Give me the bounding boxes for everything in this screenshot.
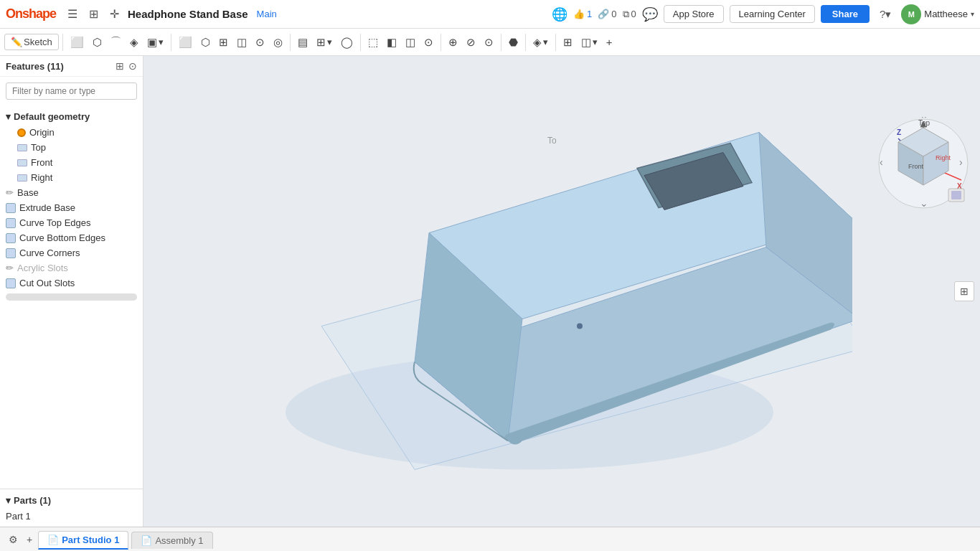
hamburger-menu-button[interactable]: ☰ <box>65 6 80 22</box>
sidebar-item-part1[interactable]: Part 1 <box>0 509 143 524</box>
sidebar-item-curve-corners[interactable]: Curve Corners <box>0 245 143 260</box>
copies-number: 0 <box>631 9 636 19</box>
tool-button-6[interactable]: ⊞ <box>215 34 232 51</box>
tool-button-18[interactable]: ⊙ <box>481 34 497 51</box>
toolbar-separator-3 <box>290 34 291 51</box>
add-icon-button[interactable]: ✛ <box>107 6 122 22</box>
origin-label: Origin <box>29 127 55 138</box>
svg-text:‹: ‹ <box>880 156 883 168</box>
acrylic-slots-label: Acrylic Slots <box>17 263 68 273</box>
tool-button-15[interactable]: ⊙ <box>420 34 437 51</box>
tab-part-studio[interactable]: 📄 Part Studio 1 <box>38 531 128 550</box>
sidebar-item-right[interactable]: Right <box>11 170 143 185</box>
thumbs-up-icon: 👍 <box>573 9 585 19</box>
bottombar-settings-button[interactable]: ⚙ <box>6 532 21 547</box>
base-label: Base <box>17 187 39 198</box>
sidebar-item-origin[interactable]: Origin <box>11 125 143 140</box>
sidebar-item-top[interactable]: Top <box>11 140 143 155</box>
tool-button-10[interactable]: ▤ <box>294 34 311 51</box>
parts-label: Parts (1) <box>14 495 51 506</box>
tool-button-20[interactable]: ⊞ <box>560 34 576 51</box>
svg-text:Right: Right <box>936 154 951 161</box>
toolbar-separator <box>62 34 63 51</box>
origin-icon <box>17 128 26 137</box>
tool-dropdown-4[interactable]: ◫▾ <box>578 34 601 51</box>
filter-icon-button[interactable]: ⊞ <box>86 6 101 22</box>
sidebar-item-curve-top-edges[interactable]: Curve Top Edges <box>0 215 143 230</box>
viewport[interactable]: To Top <box>143 56 980 527</box>
orientation-cube[interactable]: Top Front Right Z X ‹ › ⌄ ⌃ <box>877 117 970 210</box>
acrylic-slots-icon: ✏ <box>6 263 14 273</box>
tool-dropdown-3[interactable]: ◈▾ <box>529 34 552 51</box>
3d-model: To <box>207 75 852 508</box>
comment-button[interactable]: 💬 <box>642 6 658 22</box>
sidebar-item-front[interactable]: Front <box>11 155 143 170</box>
tool-button-14[interactable]: ◫ <box>402 34 419 51</box>
cut-out-slots-label: Cut Out Slots <box>19 278 75 288</box>
tool-button-5[interactable]: ⬡ <box>197 34 214 51</box>
tool-button-0[interactable]: ⬜ <box>67 34 88 51</box>
default-geometry-header[interactable]: ▾ Default geometry <box>0 108 143 125</box>
toolbar-separator-6 <box>501 34 501 51</box>
toolbar-separator-4 <box>360 34 361 51</box>
user-menu[interactable]: M Mattheese ▾ <box>901 4 974 24</box>
learning-center-button[interactable]: Learning Center <box>730 5 815 23</box>
tool-dropdown-1[interactable]: ▣▾ <box>143 34 167 51</box>
sidebar-item-base[interactable]: ✏ Base <box>0 185 143 200</box>
cut-out-slots-icon <box>6 278 16 288</box>
front-label: Front <box>31 157 52 168</box>
tool-button-17[interactable]: ⊘ <box>463 34 479 51</box>
tool-button-1[interactable]: ⬡ <box>89 34 105 51</box>
sidebar-item-extrude-base[interactable]: Extrude Base <box>0 200 143 215</box>
tool-button-3[interactable]: ◈ <box>126 34 142 51</box>
help-button[interactable]: ?▾ <box>875 6 895 22</box>
features-filter-input[interactable] <box>6 83 137 100</box>
tool-button-16[interactable]: ⊕ <box>445 34 461 51</box>
tool-button-2[interactable]: ⌒ <box>107 33 125 51</box>
tool-button-9[interactable]: ◎ <box>270 34 286 51</box>
svg-point-8 <box>577 324 583 329</box>
tool-dropdown-2[interactable]: ⊞▾ <box>313 34 336 51</box>
features-count-label: Features (11) <box>6 61 64 72</box>
tool-button-4[interactable]: ⬜ <box>175 34 196 51</box>
tool-button-7[interactable]: ◫ <box>233 34 250 51</box>
svg-text:Front: Front <box>908 163 924 170</box>
toolbar-separator-2 <box>171 34 171 51</box>
part1-label: Part 1 <box>6 511 31 522</box>
right-tool-1[interactable]: ⊞ <box>954 281 974 301</box>
svg-text:›: › <box>959 156 963 168</box>
user-name: Mattheese <box>924 9 968 19</box>
parts-header[interactable]: ▾ Parts (1) <box>0 492 143 509</box>
curve-bottom-edges-label: Curve Bottom Edges <box>19 232 105 243</box>
tool-button-21[interactable]: + <box>603 34 616 50</box>
toolbar: ✏️ Sketch ⬜ ⬡ ⌒ ◈ ▣▾ ⬜ ⬡ ⊞ ◫ ⊙ ◎ ▤ ⊞▾ ◯ … <box>0 29 980 56</box>
bottombar-add-button[interactable]: + <box>24 532 35 547</box>
share-button[interactable]: Share <box>821 5 870 23</box>
tool-button-11[interactable]: ◯ <box>337 34 357 51</box>
tool-button-19[interactable]: ⬣ <box>505 34 522 51</box>
part-studio-label: Part Studio 1 <box>62 534 119 545</box>
sidebar-header-icons: ⊞ ⊙ <box>116 60 137 72</box>
svg-text:To: To <box>547 136 557 146</box>
sidebar-icon-button-1[interactable]: ⊞ <box>116 60 124 72</box>
sidebar-item-acrylic-slots[interactable]: ✏ Acrylic Slots <box>0 260 143 276</box>
right-plane-icon <box>17 174 27 182</box>
tool-button-13[interactable]: ◧ <box>383 34 400 51</box>
tool-button-12[interactable]: ⬚ <box>364 34 382 51</box>
links-count[interactable]: 🔗 0 <box>598 9 616 19</box>
appstore-button[interactable]: App Store <box>664 5 724 23</box>
sketch-button[interactable]: ✏️ Sketch <box>4 34 59 50</box>
tab-assembly[interactable]: 📄 Assembly 1 <box>131 532 212 549</box>
scrollbar[interactable] <box>6 293 137 301</box>
likes-count[interactable]: 👍 1 <box>573 9 592 19</box>
sidebar-icon-button-2[interactable]: ⊙ <box>128 60 137 72</box>
curve-top-edges-label: Curve Top Edges <box>19 217 91 228</box>
svg-rect-27 <box>951 191 961 199</box>
sidebar-item-curve-bottom-edges[interactable]: Curve Bottom Edges <box>0 230 143 245</box>
assembly-icon: 📄 <box>141 535 152 546</box>
curve-top-edges-icon <box>6 218 16 228</box>
sidebar-item-cut-out-slots[interactable]: Cut Out Slots <box>0 276 143 291</box>
copies-count[interactable]: ⧉ 0 <box>623 9 636 20</box>
copy-icon: ⧉ <box>623 9 629 20</box>
tool-button-8[interactable]: ⊙ <box>252 34 268 51</box>
